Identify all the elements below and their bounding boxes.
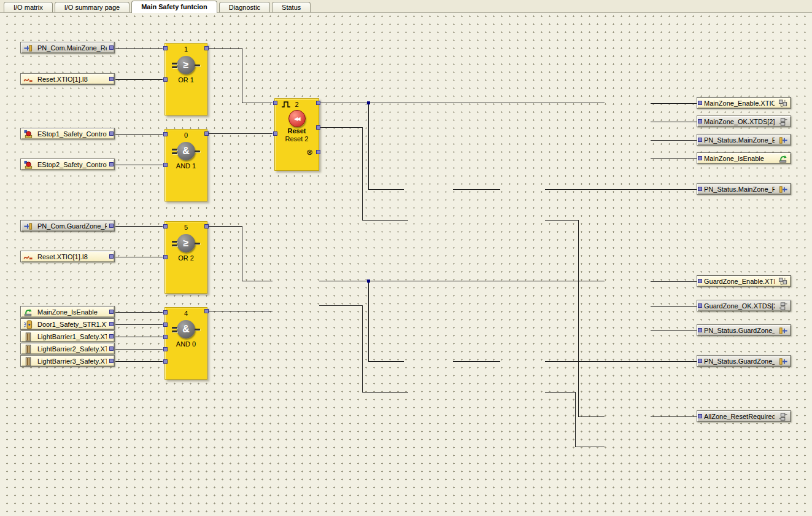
- input-connector[interactable]: [163, 132, 168, 136]
- wire-segment[interactable]: [242, 281, 273, 281]
- wire-segment[interactable]: [453, 361, 500, 362]
- terminal-connector[interactable]: [698, 101, 702, 105]
- input-terminal[interactable]: MainZone_IsEnable: [20, 306, 115, 318]
- wire-segment[interactable]: [242, 226, 242, 281]
- output-terminal[interactable]: MainZone_OK.XTDS[2].: [697, 115, 791, 127]
- input-connector[interactable]: [163, 335, 168, 339]
- output-connector[interactable]: [204, 309, 209, 313]
- wire-segment[interactable]: [115, 361, 163, 362]
- output-terminal[interactable]: PN_Status.GuardZone_: [697, 355, 791, 367]
- wire-segment[interactable]: [578, 416, 605, 417]
- wire-segment[interactable]: [319, 281, 605, 281]
- terminal-connector[interactable]: [109, 254, 114, 259]
- input-connector[interactable]: [163, 255, 168, 259]
- wire-segment[interactable]: [368, 361, 404, 362]
- terminal-connector[interactable]: [109, 224, 114, 228]
- wire-segment[interactable]: [368, 189, 404, 190]
- input-connector[interactable]: [273, 101, 277, 105]
- wire-segment[interactable]: [362, 305, 363, 392]
- input-terminal[interactable]: Reset.XTIO[1].I8: [20, 73, 115, 85]
- wire-segment[interactable]: [651, 281, 697, 282]
- terminal-connector[interactable]: [698, 156, 702, 160]
- wire-segment[interactable]: [319, 305, 362, 306]
- wire-segment[interactable]: [242, 48, 242, 103]
- terminal-connector[interactable]: [698, 187, 702, 191]
- terminal-connector[interactable]: [698, 414, 702, 418]
- wire-segment[interactable]: [115, 324, 163, 325]
- wire-segment[interactable]: [207, 311, 273, 311]
- terminal-connector[interactable]: [109, 359, 114, 363]
- input-terminal[interactable]: Reset.XTIO[1].I8: [20, 251, 115, 262]
- wire-segment[interactable]: [578, 220, 579, 416]
- wire-segment[interactable]: [651, 306, 697, 307]
- input-terminal[interactable]: Door1_Safety_STR1.XT: [20, 318, 115, 330]
- wire-segment[interactable]: [319, 127, 362, 128]
- terminal-connector[interactable]: [109, 310, 114, 314]
- terminal-connector[interactable]: [109, 77, 114, 81]
- wire-segment[interactable]: [115, 165, 163, 165]
- tab-io-matrix[interactable]: I/O matrix: [4, 2, 53, 12]
- input-connector[interactable]: [163, 163, 168, 167]
- terminal-connector[interactable]: [109, 131, 114, 136]
- wire-segment[interactable]: [651, 158, 697, 159]
- wire-segment[interactable]: [207, 226, 242, 227]
- input-connector[interactable]: [273, 131, 277, 136]
- function-block-reset-2[interactable]: 2◀◀ResetReset 2⊗: [274, 98, 319, 171]
- output-terminal[interactable]: MainZone_IsEnable: [697, 152, 791, 164]
- wire-segment[interactable]: [115, 349, 163, 350]
- wire-segment[interactable]: [651, 330, 697, 331]
- output-connector[interactable]: [316, 125, 320, 130]
- wire-segment[interactable]: [545, 220, 578, 221]
- terminal-connector[interactable]: [698, 119, 702, 123]
- wire-segment[interactable]: [368, 281, 369, 361]
- wire-segment[interactable]: [242, 103, 273, 103]
- output-connector[interactable]: [204, 131, 209, 136]
- wire-segment[interactable]: [115, 48, 163, 49]
- input-terminal[interactable]: PN_Com.GuardZone_R: [20, 220, 115, 232]
- wire-segment[interactable]: [545, 392, 575, 393]
- input-terminal[interactable]: EStop2_Safety_Control: [20, 158, 115, 170]
- wire-segment[interactable]: [207, 133, 273, 134]
- function-block-and-1[interactable]: 0&AND 1: [164, 129, 207, 201]
- wire-segment[interactable]: [207, 48, 242, 49]
- wire-segment[interactable]: [651, 103, 697, 104]
- wire-segment[interactable]: [115, 257, 163, 257]
- terminal-connector[interactable]: [698, 279, 702, 283]
- terminal-connector[interactable]: [698, 359, 702, 363]
- wire-segment[interactable]: [319, 103, 605, 103]
- wire-segment[interactable]: [651, 122, 697, 122]
- input-connector[interactable]: [163, 310, 168, 315]
- output-connector[interactable]: [204, 224, 209, 229]
- function-block-or-2[interactable]: 5≥OR 2: [164, 221, 207, 294]
- input-connector[interactable]: [163, 322, 168, 327]
- output-connector[interactable]: [204, 46, 209, 50]
- function-block-or-1[interactable]: 1≥OR 1: [164, 43, 207, 115]
- terminal-connector[interactable]: [109, 45, 114, 50]
- wire-segment[interactable]: [115, 312, 163, 313]
- wire-segment[interactable]: [575, 392, 576, 447]
- input-connector[interactable]: [163, 347, 168, 351]
- output-terminal[interactable]: AllZone_ResetRequired.: [697, 410, 791, 422]
- output-terminal[interactable]: PN_Status.GuardZone_: [697, 324, 791, 336]
- wire-segment[interactable]: [115, 226, 163, 227]
- input-terminal[interactable]: EStop1_Safety_Control: [20, 128, 115, 139]
- wire-segment[interactable]: [651, 140, 697, 141]
- wire-segment[interactable]: [362, 127, 363, 220]
- input-terminal[interactable]: LightBarrier1_Safety.XT: [20, 330, 115, 342]
- output-terminal[interactable]: PN_Status.MainZone_R: [697, 183, 791, 195]
- wire-segment[interactable]: [545, 361, 697, 362]
- function-block-and-0[interactable]: 4&AND 0: [164, 307, 207, 380]
- output-terminal[interactable]: PN_Status.MainZone_E: [697, 134, 791, 146]
- output-terminal[interactable]: GuardZone_OK.XTDS[2: [697, 300, 791, 311]
- wire-segment[interactable]: [368, 103, 369, 189]
- terminal-connector[interactable]: [698, 303, 702, 308]
- wire-segment[interactable]: [545, 189, 697, 190]
- wire-segment[interactable]: [362, 220, 408, 221]
- wire-segment[interactable]: [362, 392, 408, 393]
- output-connector[interactable]: [316, 101, 320, 105]
- input-connector[interactable]: [163, 359, 168, 364]
- input-connector[interactable]: [163, 46, 168, 50]
- wire-segment[interactable]: [115, 79, 163, 80]
- wire-segment[interactable]: [651, 416, 697, 417]
- input-terminal[interactable]: LightBarrier2_Safety.XT: [20, 343, 115, 354]
